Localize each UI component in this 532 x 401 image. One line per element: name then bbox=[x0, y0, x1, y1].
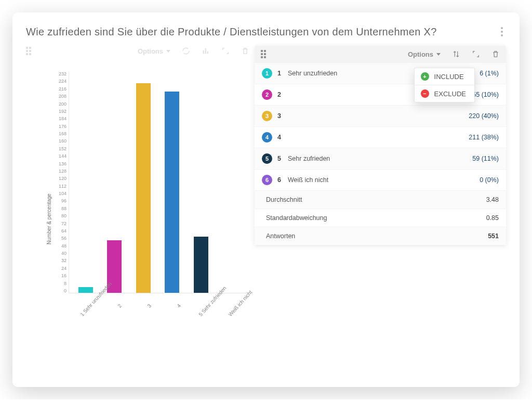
chevron-down-icon bbox=[166, 50, 170, 53]
y-tick: 184 bbox=[59, 117, 66, 121]
y-tick: 232 bbox=[59, 72, 66, 76]
stat-row: Antworten551 bbox=[255, 227, 506, 245]
y-tick: 40 bbox=[61, 251, 66, 256]
table-row[interactable]: 55Sehr zufrieden59 (11%) bbox=[255, 148, 506, 169]
row-value: 0 (0%) bbox=[480, 176, 499, 184]
exclude-label: EXCLUDE bbox=[434, 90, 466, 98]
plus-icon: + bbox=[421, 72, 429, 81]
stat-row: Durchschnitt3.48 bbox=[255, 190, 506, 209]
row-value: 59 (11%) bbox=[472, 155, 499, 162]
y-tick: 112 bbox=[59, 184, 66, 189]
y-tick: 168 bbox=[59, 132, 66, 136]
row-number: 5 bbox=[277, 155, 283, 162]
row-value: 55 (10%) bbox=[472, 91, 499, 98]
plot-area bbox=[69, 72, 246, 293]
chart-panel: Options Number & percentage 232224216208… bbox=[26, 46, 249, 371]
y-tick: 176 bbox=[59, 124, 66, 129]
row-number: 3 bbox=[277, 112, 283, 120]
y-tick: 128 bbox=[59, 169, 66, 174]
minus-icon: − bbox=[421, 89, 429, 98]
y-tick: 72 bbox=[61, 222, 66, 226]
row-badge: 4 bbox=[262, 132, 272, 143]
trash-icon[interactable] bbox=[491, 50, 500, 58]
y-tick: 192 bbox=[59, 109, 66, 114]
y-tick: 96 bbox=[61, 199, 66, 203]
y-tick: 0 bbox=[64, 289, 66, 293]
stat-row: Standardabweichung0.85 bbox=[255, 209, 506, 227]
y-tick: 104 bbox=[59, 191, 66, 196]
report-card: Wie zufrieden sind Sie über die Produkte… bbox=[12, 12, 520, 387]
more-menu-icon[interactable] bbox=[498, 24, 506, 40]
y-tick: 160 bbox=[59, 139, 66, 144]
y-tick: 48 bbox=[61, 244, 66, 249]
bar[interactable] bbox=[194, 237, 208, 293]
stat-value: 0.85 bbox=[486, 214, 499, 222]
y-tick: 56 bbox=[61, 236, 66, 241]
stat-value: 551 bbox=[488, 232, 499, 240]
results-table: Options 11Sehr unzufrieden6 (1%)2255 (10… bbox=[255, 46, 506, 245]
row-value: 211 (38%) bbox=[469, 134, 499, 141]
y-tick: 24 bbox=[61, 266, 66, 271]
row-badge: 6 bbox=[262, 175, 272, 185]
row-badge: 1 bbox=[262, 68, 272, 79]
row-label: Sehr zufrieden bbox=[288, 155, 330, 162]
expand-icon[interactable] bbox=[472, 50, 480, 58]
row-number: 2 bbox=[277, 91, 283, 98]
x-axis: 1 Sehr unzufrieden2345 Sehr zufriedenWei… bbox=[69, 293, 246, 371]
bar[interactable] bbox=[136, 83, 151, 293]
table-row[interactable]: 66Weiß ich nicht0 (0%) bbox=[255, 169, 506, 190]
row-number: 6 bbox=[277, 176, 283, 184]
chart-type-icon[interactable] bbox=[202, 47, 210, 55]
y-tick: 64 bbox=[61, 229, 66, 234]
svg-rect-2 bbox=[207, 51, 208, 54]
row-badge: 2 bbox=[262, 89, 272, 100]
svg-rect-1 bbox=[205, 48, 206, 54]
expand-icon[interactable] bbox=[221, 47, 230, 55]
trash-icon[interactable] bbox=[241, 47, 249, 55]
y-tick: 216 bbox=[59, 87, 66, 92]
y-tick: 16 bbox=[61, 274, 66, 278]
card-header: Wie zufrieden sind Sie über die Produkte… bbox=[26, 24, 506, 40]
row-value: 6 (1%) bbox=[480, 70, 499, 77]
table-row[interactable]: 44211 (38%) bbox=[255, 126, 506, 148]
stat-value: 3.48 bbox=[486, 196, 499, 203]
row-number: 1 bbox=[277, 70, 283, 77]
chart: Number & percentage 23222421620820019218… bbox=[26, 67, 249, 371]
filter-popup: + INCLUDE − EXCLUDE bbox=[414, 68, 475, 102]
y-tick: 208 bbox=[59, 94, 66, 99]
bar[interactable] bbox=[165, 92, 179, 293]
chevron-down-icon bbox=[436, 53, 441, 56]
options-button[interactable]: Options bbox=[138, 47, 170, 55]
refresh-icon[interactable] bbox=[182, 47, 190, 55]
options-button[interactable]: Options bbox=[408, 50, 441, 58]
sort-icon[interactable] bbox=[452, 50, 460, 58]
stat-label: Antworten bbox=[266, 232, 295, 240]
y-tick: 88 bbox=[61, 206, 66, 211]
row-value: 220 (40%) bbox=[469, 112, 499, 120]
row-label: Weiß ich nicht bbox=[288, 176, 328, 184]
svg-rect-0 bbox=[203, 50, 204, 54]
y-tick: 32 bbox=[61, 258, 66, 263]
question-title: Wie zufrieden sind Sie über die Produkte… bbox=[26, 26, 437, 38]
include-option[interactable]: + INCLUDE bbox=[415, 68, 474, 85]
table-toolbar: Options bbox=[255, 46, 506, 62]
include-label: INCLUDE bbox=[434, 73, 464, 81]
row-badge: 3 bbox=[262, 111, 272, 121]
y-tick: 136 bbox=[59, 162, 66, 166]
row-number: 4 bbox=[277, 134, 283, 141]
table-row[interactable]: 33220 (40%) bbox=[255, 105, 506, 126]
y-tick: 152 bbox=[59, 147, 66, 151]
row-label: Sehr unzufrieden bbox=[288, 70, 337, 77]
stat-label: Durchschnitt bbox=[266, 196, 302, 203]
stat-label: Standardabweichung bbox=[266, 214, 327, 222]
y-tick: 144 bbox=[59, 154, 66, 159]
y-tick: 200 bbox=[59, 102, 66, 107]
y-axis: 2322242162082001921841761681601521441361… bbox=[48, 72, 66, 293]
bar[interactable] bbox=[78, 287, 93, 293]
exclude-option[interactable]: − EXCLUDE bbox=[415, 85, 474, 102]
drag-handle-icon[interactable] bbox=[26, 47, 32, 55]
drag-handle-icon[interactable] bbox=[261, 50, 267, 58]
chart-toolbar: Options bbox=[26, 46, 249, 59]
y-tick: 80 bbox=[61, 214, 66, 218]
table-panel: Options 11Sehr unzufrieden6 (1%)2255 (10… bbox=[255, 46, 506, 371]
